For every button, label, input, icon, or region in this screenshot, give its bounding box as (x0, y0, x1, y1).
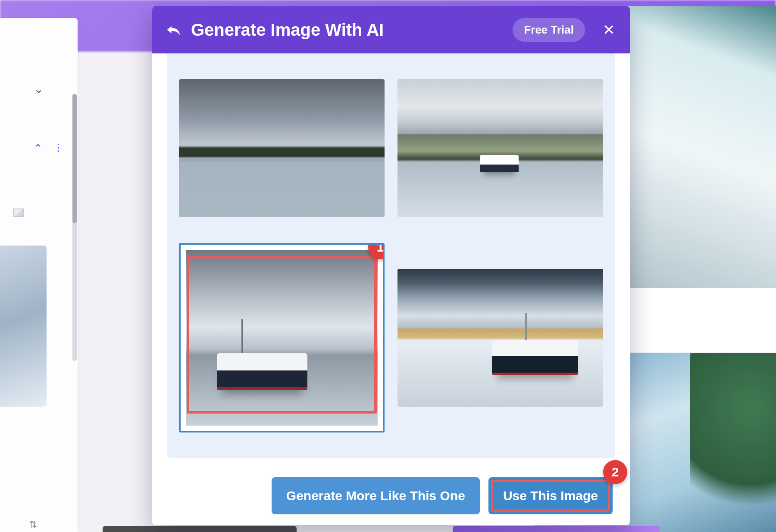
back-button[interactable] (166, 23, 181, 36)
results-grid: 1 (179, 79, 603, 432)
ai-result-4[interactable] (397, 269, 603, 407)
use-this-image-label: Use This Image (503, 488, 598, 503)
annotation-step-2: 2 (603, 460, 627, 484)
image-placeholder-icon (13, 208, 24, 217)
close-icon: ✕ (603, 23, 615, 36)
ai-result-3-selected[interactable]: 1 (179, 243, 385, 432)
free-trial-badge[interactable]: Free Trial (513, 18, 585, 42)
chevron-up-icon: ⌃ (34, 142, 42, 154)
ai-result-2-image (397, 79, 603, 217)
kebab-icon: ⋮ (53, 142, 62, 153)
stepper-icon: ⇅ (29, 519, 37, 530)
ai-result-4-image (397, 269, 603, 407)
close-button[interactable]: ✕ (601, 22, 616, 37)
ai-result-3-image (186, 250, 378, 426)
modal-actions: Generate More Like This One Use This Ima… (167, 458, 615, 514)
results-card: 1 (167, 53, 615, 458)
modal-header: Generate Image With AI Free Trial ✕ (152, 6, 630, 53)
generate-image-modal: Generate Image With AI Free Trial ✕ 1 (152, 6, 630, 525)
modal-title: Generate Image With AI (191, 20, 502, 40)
reply-arrow-icon (166, 23, 181, 36)
bg-footer-bar-left (103, 526, 297, 532)
ai-result-2[interactable] (397, 79, 603, 217)
bg-thumbnail (0, 246, 47, 407)
bg-scrollbar-thumb[interactable] (72, 94, 77, 223)
modal-body: 1 Generate More Like This One Use This I… (152, 53, 630, 525)
use-this-image-button[interactable]: Use This Image 2 (488, 477, 613, 514)
ai-result-1-image (179, 79, 385, 217)
generate-more-button[interactable]: Generate More Like This One (272, 477, 480, 514)
ai-result-1[interactable] (179, 79, 385, 217)
chevron-down-icon: ⌄ (34, 82, 44, 96)
bg-footer-bar-right (453, 526, 660, 532)
